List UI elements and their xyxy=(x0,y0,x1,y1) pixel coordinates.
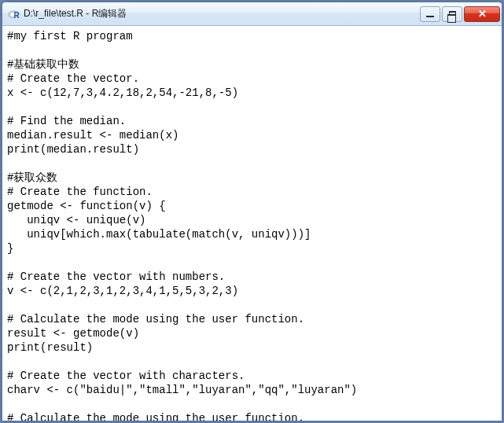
r-app-icon: R xyxy=(7,8,20,20)
restore-icon xyxy=(449,11,456,17)
close-button[interactable]: ✕ xyxy=(464,6,500,22)
code-editor[interactable]: #my first R program #基础获取中数 # Create the… xyxy=(2,26,502,421)
editor-window: R D:\r_file\test.R - R编辑器 ✕ #my first R … xyxy=(2,2,502,421)
window-buttons: ✕ xyxy=(420,6,500,22)
maximize-button[interactable] xyxy=(442,6,462,22)
titlebar[interactable]: R D:\r_file\test.R - R编辑器 ✕ xyxy=(2,2,502,26)
minimize-icon xyxy=(426,16,434,17)
code-content[interactable]: #my first R program #基础获取中数 # Create the… xyxy=(7,29,497,421)
close-icon: ✕ xyxy=(478,9,487,19)
minimize-button[interactable] xyxy=(420,6,440,22)
svg-text:R: R xyxy=(14,11,20,20)
window-title: D:\r_file\test.R - R编辑器 xyxy=(24,7,420,20)
